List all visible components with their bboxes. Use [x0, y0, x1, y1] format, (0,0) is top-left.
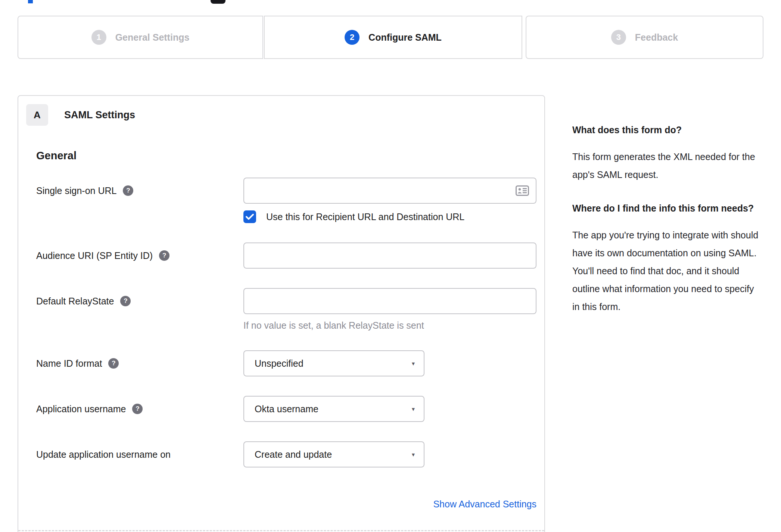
help-icon[interactable]: ? — [159, 250, 169, 261]
updateusername-label: Update application username on — [36, 449, 171, 460]
section-a-badge: A — [26, 104, 48, 126]
header-fragment-blue — [28, 0, 33, 3]
checkmark-icon — [246, 213, 254, 220]
update-username-select[interactable]: Create and update ▾ — [243, 441, 424, 467]
section-dashed-divider — [18, 530, 544, 531]
field-row-audience: Audience URI (SP Entity ID) ? — [36, 242, 544, 269]
audience-uri-input[interactable] — [243, 242, 536, 269]
audience-label: Audience URI (SP Entity ID) — [36, 250, 153, 261]
relaystate-label: Default RelayState — [36, 296, 114, 307]
nameid-format-value: Unspecified — [255, 358, 304, 369]
help-icon[interactable]: ? — [132, 404, 143, 414]
header-fragment-dark — [211, 0, 225, 4]
step-feedback[interactable]: 3 Feedback — [526, 16, 763, 59]
help-sidebar: What does this form do? This form genera… — [572, 122, 759, 332]
recipient-url-checkbox-row: Use this for Recipient URL and Destinati… — [243, 210, 536, 223]
contact-card-icon — [516, 185, 529, 196]
help-answer-2: The app you're trying to integrate with … — [572, 226, 759, 316]
recipient-url-checkbox[interactable] — [243, 210, 256, 223]
nameid-label: Name ID format — [36, 358, 102, 369]
help-question-2: Where do I find the info this form needs… — [572, 200, 759, 216]
step-label: Configure SAML — [368, 32, 442, 43]
step-label: Feedback — [635, 32, 678, 43]
sso-label: Single sign-on URL — [36, 185, 116, 196]
appusername-label: Application username — [36, 404, 126, 414]
field-row-updateusername: Update application username on Create an… — [36, 441, 544, 467]
chevron-down-icon: ▾ — [412, 360, 415, 367]
recipient-url-checkbox-label: Use this for Recipient URL and Destinati… — [266, 212, 464, 222]
general-section-heading: General — [36, 150, 544, 162]
relaystate-hint: If no value is set, a blank RelayState i… — [243, 320, 536, 331]
step-number-badge: 3 — [611, 30, 626, 45]
help-icon[interactable]: ? — [120, 296, 131, 306]
chevron-down-icon: ▾ — [412, 406, 415, 413]
step-number-badge: 2 — [345, 30, 360, 45]
step-general-settings[interactable]: 1 General Settings — [18, 16, 263, 59]
relaystate-input[interactable] — [243, 288, 536, 314]
nameid-format-select[interactable]: Unspecified ▾ — [243, 350, 424, 376]
help-question-1: What does this form do? — [572, 122, 759, 138]
field-row-appusername: Application username ? Okta username ▾ — [36, 396, 544, 422]
step-configure-saml[interactable]: 2 Configure SAML — [264, 16, 522, 59]
chevron-down-icon: ▾ — [412, 451, 415, 458]
field-row-nameid: Name ID format ? Unspecified ▾ — [36, 350, 544, 376]
field-row-relaystate: Default RelayState ? If no value is set,… — [36, 288, 544, 331]
show-advanced-settings-link[interactable]: Show Advanced Settings — [433, 499, 536, 509]
step-number-badge: 1 — [91, 30, 106, 45]
field-row-sso: Single sign-on URL ? — [36, 178, 544, 223]
step-label: General Settings — [115, 32, 190, 43]
help-icon[interactable]: ? — [123, 185, 133, 196]
saml-settings-panel: A SAML Settings General Single sign-on U… — [18, 95, 545, 532]
help-answer-1: This form generates the XML needed for t… — [572, 148, 759, 184]
application-username-select[interactable]: Okta username ▾ — [243, 396, 424, 422]
help-icon[interactable]: ? — [108, 358, 119, 369]
application-username-value: Okta username — [255, 404, 318, 414]
panel-header: A SAML Settings — [26, 104, 544, 126]
panel-title: SAML Settings — [64, 109, 135, 121]
update-username-value: Create and update — [255, 449, 332, 460]
sso-url-input[interactable] — [243, 178, 536, 204]
